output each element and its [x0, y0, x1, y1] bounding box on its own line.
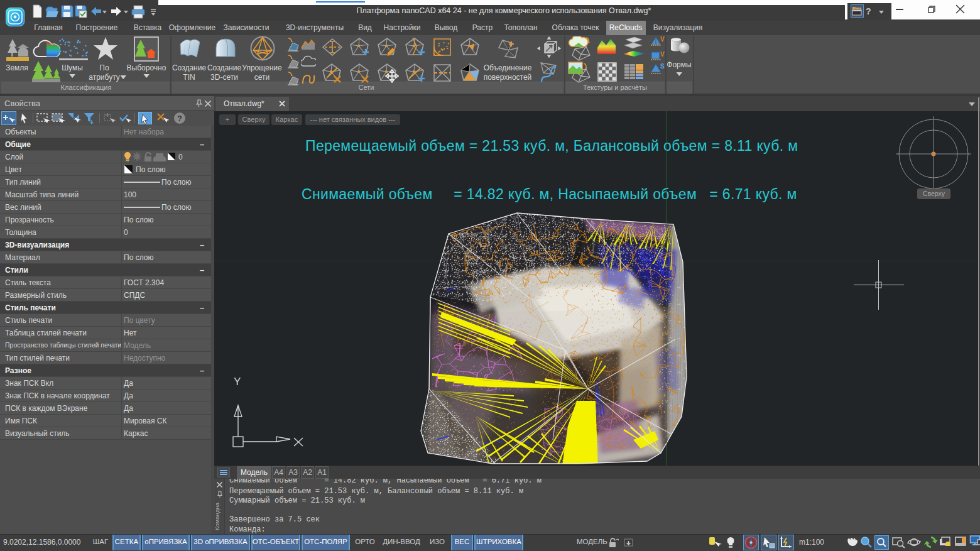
svg-text:Y: Y: [234, 376, 241, 388]
svg-text:?: ?: [177, 114, 182, 123]
svg-text:По слою: По слою: [136, 165, 165, 174]
svg-text:V: V: [660, 51, 665, 58]
svg-text:0: 0: [178, 153, 183, 161]
svg-text:V: V: [660, 36, 665, 43]
